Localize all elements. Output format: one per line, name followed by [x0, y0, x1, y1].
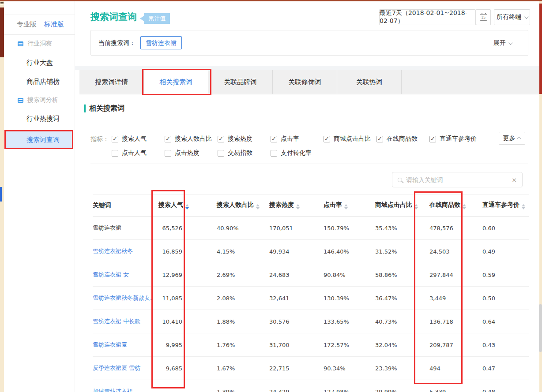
- checkbox-unchecked-icon[interactable]: [112, 150, 118, 157]
- table-header-row: 关键词 搜索人气 搜索人数占比 搜索热度 点击率 商城点击占比 在线商品数 直通…: [93, 194, 529, 217]
- cell: 9,995: [152, 342, 182, 348]
- sidebar-item-hot-search-words[interactable]: 行业热搜词: [26, 115, 60, 123]
- column-header-keyword: 关键词: [93, 202, 152, 209]
- tab-related-search-words[interactable]: 相关搜索词: [144, 70, 208, 94]
- sidebar-group-industry-insight[interactable]: 行业洞察: [18, 40, 52, 48]
- cell: 58.86%: [374, 272, 427, 278]
- metric-checkbox-payment-conversion[interactable]: 支付转化率: [271, 149, 312, 157]
- device-filter-dropdown[interactable]: 所有终端: [494, 9, 530, 25]
- tab-related-hot-words[interactable]: 关联热词: [337, 70, 402, 94]
- checkbox-checked-icon[interactable]: [376, 136, 383, 142]
- cell: 0.47: [480, 365, 529, 372]
- cell: 90.34%: [321, 365, 374, 372]
- current-search-label: 当前搜索词：: [98, 39, 136, 47]
- cell: 2.08%: [182, 295, 268, 302]
- scrollbar-thumb[interactable]: [539, 304, 542, 352]
- page: 专业版 标准版 行业洞察 行业大盘 商品店铺榜 搜索词分析 行业热搜词 搜索词查…: [0, 0, 542, 392]
- clear-icon[interactable]: [512, 176, 517, 183]
- sort-icon[interactable]: [463, 204, 466, 209]
- checkbox-checked-icon[interactable]: [218, 136, 224, 142]
- metric-checkbox-search-popularity[interactable]: 搜索人气: [112, 135, 147, 143]
- sidebar-item-product-shop-rank[interactable]: 商品店铺榜: [26, 78, 60, 86]
- expand-toggle[interactable]: 展开: [493, 39, 512, 47]
- metric-label: 直通车参考价: [440, 135, 477, 143]
- keyword-link[interactable]: 雪纺连衣裙 中长款: [93, 317, 152, 325]
- checkbox-checked-icon[interactable]: [324, 136, 330, 142]
- checkbox-unchecked-icon[interactable]: [165, 150, 171, 157]
- current-search-term-tag[interactable]: 雪纺连衣裙: [140, 36, 182, 49]
- cell: 172.57%: [321, 342, 374, 348]
- metric-checkbox-searcher-share[interactable]: 搜索人数占比: [165, 135, 212, 143]
- metric-checkbox-click-heat[interactable]: 点击热度: [165, 149, 199, 157]
- keyword-link[interactable]: 加绒雪纺连衣裙: [93, 388, 152, 392]
- sort-icon[interactable]: [414, 204, 418, 209]
- tab-related-brand-words[interactable]: 关联品牌词: [208, 70, 273, 94]
- cell: 22,715: [268, 365, 321, 372]
- cell: 133.65%: [321, 318, 374, 325]
- sort-icon[interactable]: [344, 204, 348, 209]
- sort-icon[interactable]: [296, 204, 300, 209]
- chevron-down-icon: [524, 15, 529, 19]
- tab-related-modifier-words[interactable]: 关联修饰词: [273, 70, 337, 94]
- keyword-link[interactable]: 雪纺连衣裙秋冬: [93, 247, 152, 255]
- checkbox-unchecked-icon[interactable]: [271, 150, 277, 157]
- column-header-click-rate: 点击率: [321, 201, 374, 209]
- sidebar-item-industry-market[interactable]: 行业大盘: [26, 59, 53, 67]
- cell: 0.59: [480, 272, 529, 278]
- top-edge-line: [0, 0, 542, 1]
- metric-checkbox-click-popularity[interactable]: 点击人气: [112, 149, 147, 157]
- table-row: 加绒雪纺连衣裙 1.39% 24,429 127.98% 29.99% 5,33…: [93, 380, 529, 392]
- date-range-label: 最近7天（2018-02-01~2018-02-07）: [380, 9, 475, 25]
- cell: 0.43: [480, 342, 529, 348]
- keyword-search-input[interactable]: [406, 176, 508, 183]
- report-icon: [18, 98, 23, 103]
- calendar-icon: 15: [480, 14, 487, 21]
- sidebar-group-search-analysis[interactable]: 搜索词分析: [18, 96, 58, 104]
- checkbox-checked-icon[interactable]: [112, 136, 118, 142]
- metric-checkbox-mall-click-share[interactable]: 商城点击占比: [324, 135, 371, 143]
- keyword-link[interactable]: 反季连衣裙夏 雪纺: [93, 364, 152, 372]
- menu-icon[interactable]: [0, 2, 4, 6]
- cell: 0.50: [480, 295, 529, 302]
- cell: 30,576: [268, 318, 321, 325]
- sort-icon[interactable]: [522, 204, 525, 209]
- sidebar-tab-separator: [40, 22, 40, 28]
- metric-label: 搜索热度: [228, 135, 252, 143]
- checkbox-checked-icon[interactable]: [165, 136, 171, 142]
- tab-search-word-detail[interactable]: 搜索词详情: [79, 70, 144, 94]
- metric-checkbox-transaction-index[interactable]: 交易指数: [218, 149, 252, 157]
- checkbox-checked-icon[interactable]: [429, 136, 436, 142]
- metric-label: 交易指数: [228, 149, 252, 157]
- keyword-link[interactable]: 雪纺连衣裙秋冬新款女...: [93, 294, 152, 302]
- metric-checkbox-online-products[interactable]: 在线商品数: [376, 135, 418, 143]
- sidebar-item-search-word-query[interactable]: 搜索词查询: [26, 136, 60, 144]
- more-button[interactable]: 更多: [499, 132, 525, 145]
- sidebar-divider: [4, 15, 75, 15]
- cell: 35.43%: [374, 225, 427, 231]
- date-range-selector[interactable]: 最近7天（2018-02-01~2018-02-07）: [379, 9, 476, 25]
- metric-label: 支付转化率: [281, 149, 312, 157]
- sort-icon[interactable]: [256, 204, 260, 209]
- keyword-link[interactable]: 雪纺连衣裙夏: [93, 341, 152, 349]
- divider: [90, 122, 528, 122]
- metric-label: 搜索人气: [122, 135, 147, 143]
- metric-checkbox-search-heat[interactable]: 搜索热度: [218, 135, 252, 143]
- metrics-label: 指标：: [90, 135, 109, 143]
- metric-label: 商城点击占比: [334, 135, 371, 143]
- metric-checkbox-click-rate[interactable]: 点击率: [271, 135, 299, 143]
- cell: 24,503: [427, 248, 480, 255]
- calendar-button[interactable]: 15: [476, 9, 491, 25]
- checkbox-unchecked-icon[interactable]: [218, 150, 224, 157]
- sidebar-tab-standard-version[interactable]: 标准版: [44, 20, 64, 29]
- keyword-cell: 雪纺连衣裙: [93, 224, 152, 232]
- checkbox-checked-icon[interactable]: [271, 136, 277, 142]
- search-icon: [398, 178, 402, 182]
- divider: [90, 164, 528, 164]
- cell: 11,085: [152, 295, 182, 302]
- cell: 49,934: [268, 248, 321, 255]
- cell: 16,859: [152, 248, 182, 255]
- keyword-link[interactable]: 雪纺连衣裙 女: [93, 271, 152, 279]
- metric-checkbox-ztc-price[interactable]: 直通车参考价: [429, 135, 477, 143]
- cell: 297,844: [427, 272, 480, 278]
- sidebar-tab-pro-version[interactable]: 专业版: [17, 20, 37, 29]
